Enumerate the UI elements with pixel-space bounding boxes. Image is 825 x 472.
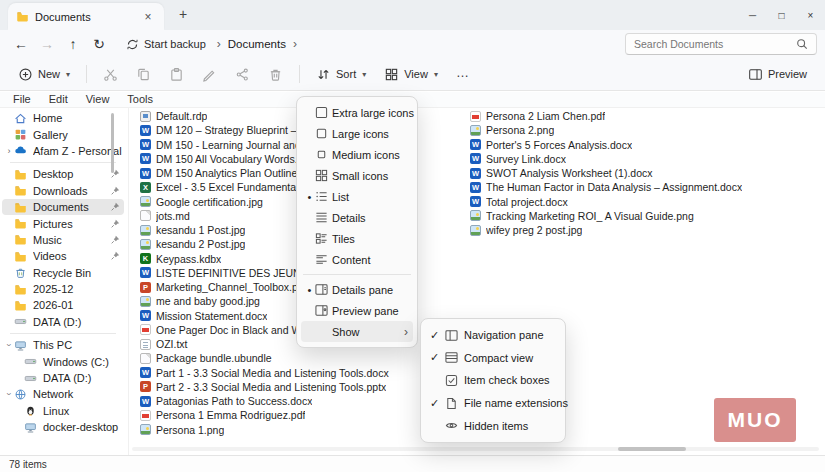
back-button[interactable]: ← [8, 32, 34, 56]
sidebar-item-linux[interactable]: Linux [2, 403, 124, 419]
show-submenu-item-navigation-pane[interactable]: ✓Navigation pane [425, 324, 561, 347]
content-icon [315, 253, 332, 266]
up-button[interactable]: ↑ [60, 32, 86, 56]
menu-item-label: Medium icons [332, 149, 410, 161]
view-menu-item-content[interactable]: Content [301, 249, 413, 270]
show-submenu-item-item-check-boxes[interactable]: Item check boxes [425, 369, 561, 392]
view-menu-item-extra-large-icons[interactable]: Extra large icons [301, 102, 413, 123]
sidebar-item-documents[interactable]: Documents [2, 199, 124, 215]
tab-close-icon[interactable]: × [140, 10, 156, 24]
sidebar-item-videos[interactable]: Videos [2, 248, 124, 264]
file-item[interactable]: Persona 2.png [470, 123, 818, 137]
file-item[interactable]: wifey preg 2 post.jpg [470, 223, 818, 237]
sidebar-item-windows-c[interactable]: Windows (C:) [2, 353, 124, 369]
file-item[interactable]: SWOT Analysis Worksheet (1).docx [470, 166, 818, 180]
new-tab-button[interactable]: + [174, 6, 192, 24]
file-item[interactable]: Total project.docx [470, 195, 818, 209]
file-item[interactable]: Survey Link.docx [470, 152, 818, 166]
pin-icon [110, 186, 122, 196]
rename-button[interactable] [194, 62, 225, 87]
file-type-img-icon [140, 296, 151, 307]
view-menu-item-medium-icons[interactable]: Medium icons [301, 144, 413, 165]
sidebar-item-docker-desktop[interactable]: docker-desktop [2, 419, 124, 435]
view-button-label: View [404, 68, 428, 80]
file-item[interactable]: Persona 2 Liam Chen.pdf [470, 109, 818, 123]
network-icon [14, 388, 29, 401]
file-type-docx-icon [470, 182, 481, 193]
icons-lg-icon [315, 127, 332, 140]
explorer-tab-documents[interactable]: Documents × [8, 3, 164, 30]
more-options-button[interactable]: … [448, 62, 477, 87]
file-name: Default.rdp [156, 110, 207, 122]
view-menu-item-show[interactable]: Show› [301, 321, 413, 342]
view-menu-item-tiles[interactable]: Tiles [301, 228, 413, 249]
view-menu-item-details-pane[interactable]: •Details pane [301, 279, 413, 300]
sidebar-item-recycle-bin[interactable]: Recycle Bin [2, 265, 124, 281]
sidebar-item-data-d[interactable]: DATA (D:) [2, 314, 124, 330]
chevron-right-icon[interactable]: › [4, 146, 14, 156]
sidebar-item-desktop[interactable]: Desktop [2, 166, 124, 182]
preview-button[interactable]: Preview [740, 62, 815, 87]
sidebar-item-downloads[interactable]: Downloads [2, 183, 124, 199]
search-input[interactable] [634, 38, 790, 50]
view-menu-item-large-icons[interactable]: Large icons [301, 123, 413, 144]
sidebar-item-this-pc[interactable]: ›This PC [2, 337, 124, 353]
cut-button[interactable] [95, 62, 126, 87]
minimize-button[interactable]: ─ [738, 0, 767, 30]
toolbar-separator [86, 65, 87, 83]
file-item[interactable]: The Human Factor in Data Analysis – Assi… [470, 180, 818, 194]
view-menu-item-details[interactable]: Details [301, 207, 413, 228]
forward-button[interactable]: → [34, 32, 60, 56]
file-item[interactable]: Part 2 - 3.3 Social Media and Listening … [140, 380, 462, 394]
sidebar-item-data-d[interactable]: DATA (D:) [2, 370, 124, 386]
file-item[interactable]: Porter's 5 Forces Analysis.docx [470, 138, 818, 152]
menubar-edit[interactable]: Edit [40, 92, 77, 107]
refresh-button[interactable]: ↻ [86, 32, 112, 56]
sort-button[interactable]: Sort ▾ [308, 62, 374, 87]
horizontal-scrollbar-thumb[interactable] [618, 447, 686, 451]
file-item[interactable]: Persona 1.png [140, 423, 462, 437]
file-item[interactable]: Persona 1 Emma Rodriguez.pdf [140, 408, 462, 422]
music-icon [14, 233, 29, 246]
search-box[interactable] [625, 33, 817, 55]
file-name: Tracking Marketing ROI_ A Visual Guide.p… [486, 210, 694, 222]
sidebar-item-label: Gallery [33, 129, 122, 141]
chevron-down-icon[interactable]: › [4, 340, 14, 350]
paste-button[interactable] [161, 62, 192, 87]
view-button[interactable]: View ▾ [376, 62, 446, 87]
sidebar-item-home[interactable]: Home [2, 110, 124, 126]
view-menu-item-small-icons[interactable]: Small icons [301, 165, 413, 186]
maximize-button[interactable]: □ [767, 0, 796, 30]
view-menu-item-list[interactable]: •List [301, 186, 413, 207]
file-item[interactable]: Tracking Marketing ROI_ A Visual Guide.p… [470, 209, 818, 223]
sidebar-item-2025-12[interactable]: 2025-12 [2, 281, 124, 297]
show-submenu-item-hidden-items[interactable]: Hidden items [425, 414, 561, 437]
show-submenu-item-file-name-extensions[interactable]: ✓File name extensions [425, 392, 561, 415]
sidebar-item-label: Afam Z - Personal [33, 145, 122, 157]
view-menu-item-preview-pane[interactable]: Preview pane [301, 300, 413, 321]
sidebar-item-gallery[interactable]: Gallery [2, 126, 124, 142]
share-button[interactable] [227, 62, 258, 87]
copy-button[interactable] [128, 62, 159, 87]
delete-button[interactable] [260, 62, 291, 87]
sidebar-item-network[interactable]: ›Network [2, 386, 124, 402]
breadcrumb-documents[interactable]: Documents [228, 38, 286, 50]
menubar-tools[interactable]: Tools [118, 92, 162, 107]
sidebar-item-2026-01[interactable]: 2026-01 [2, 297, 124, 313]
file-item[interactable]: Part 1 - 3.3 Social Media and Listening … [140, 366, 462, 380]
sidebar-item-music[interactable]: Music [2, 232, 124, 248]
chevron-right-icon[interactable]: › [293, 37, 297, 51]
sidebar-item-pictures[interactable]: Pictures [2, 215, 124, 231]
new-button[interactable]: New ▾ [10, 62, 78, 87]
file-item[interactable]: Patagonias Path to Success.docx [140, 394, 462, 408]
start-backup-button[interactable]: Start backup [122, 36, 210, 53]
close-button[interactable]: × [796, 0, 825, 30]
file-item[interactable]: Package bundle.ubundle [140, 351, 462, 365]
horizontal-scrollbar-track[interactable] [132, 447, 819, 451]
menubar-view[interactable]: View [77, 92, 119, 107]
show-submenu-item-compact-view[interactable]: ✓Compact view [425, 347, 561, 370]
sidebar-item-afam-z-personal[interactable]: ›Afam Z - Personal [2, 143, 124, 159]
chevron-down-icon[interactable]: › [4, 389, 14, 399]
sidebar-scrollbar[interactable] [111, 113, 114, 173]
menubar-file[interactable]: File [4, 92, 40, 107]
